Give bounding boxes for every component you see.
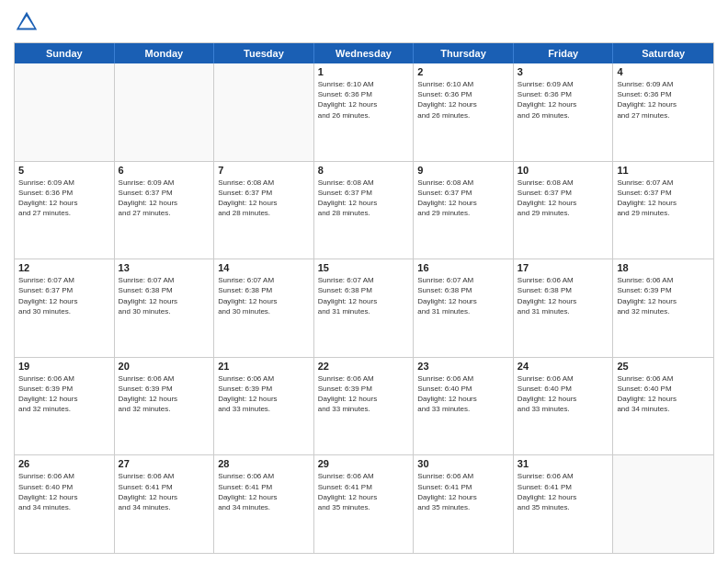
day-number: 27 (119, 458, 210, 469)
day-number: 12 (18, 262, 110, 273)
page: SundayMondayTuesdayWednesdayThursdayFrid… (0, 0, 728, 563)
weekday-header: Friday (514, 43, 614, 63)
cell-info: Sunrise: 6:06 AMSunset: 6:39 PMDaylight:… (119, 373, 210, 415)
day-number: 23 (417, 361, 509, 372)
cell-info: Sunrise: 6:06 AMSunset: 6:38 PMDaylight:… (518, 275, 609, 316)
day-number: 15 (318, 262, 410, 273)
calendar-cell: 13Sunrise: 6:07 AMSunset: 6:38 PMDayligh… (115, 259, 215, 357)
cell-info: Sunrise: 6:07 AMSunset: 6:37 PMDaylight:… (18, 275, 110, 316)
calendar-cell: 12Sunrise: 6:07 AMSunset: 6:37 PMDayligh… (15, 259, 115, 357)
calendar-cell: 25Sunrise: 6:06 AMSunset: 6:40 PMDayligh… (613, 358, 713, 455)
calendar-cell: 20Sunrise: 6:06 AMSunset: 6:39 PMDayligh… (115, 358, 215, 455)
calendar-body: 1Sunrise: 6:10 AMSunset: 6:36 PMDaylight… (15, 63, 713, 553)
cell-info: Sunrise: 6:06 AMSunset: 6:40 PMDaylight:… (617, 373, 710, 415)
cell-info: Sunrise: 6:09 AMSunset: 6:36 PMDaylight:… (617, 79, 710, 121)
cell-info: Sunrise: 6:06 AMSunset: 6:41 PMDaylight:… (119, 471, 210, 512)
cell-info: Sunrise: 6:09 AMSunset: 6:37 PMDaylight:… (119, 178, 210, 219)
calendar-cell: 31Sunrise: 6:06 AMSunset: 6:41 PMDayligh… (514, 455, 614, 553)
cell-info: Sunrise: 6:06 AMSunset: 6:39 PMDaylight:… (318, 373, 410, 415)
calendar-cell: 30Sunrise: 6:06 AMSunset: 6:41 PMDayligh… (414, 455, 514, 553)
day-number: 5 (18, 165, 110, 176)
weekday-header: Tuesday (214, 43, 314, 63)
cell-info: Sunrise: 6:06 AMSunset: 6:39 PMDaylight:… (18, 373, 110, 415)
cell-info: Sunrise: 6:08 AMSunset: 6:37 PMDaylight:… (218, 178, 310, 219)
day-number: 13 (119, 262, 210, 273)
cell-info: Sunrise: 6:09 AMSunset: 6:36 PMDaylight:… (518, 79, 609, 121)
day-number: 2 (417, 66, 509, 77)
calendar-cell (15, 63, 115, 161)
calendar-cell: 19Sunrise: 6:06 AMSunset: 6:39 PMDayligh… (15, 358, 115, 455)
calendar-cell: 27Sunrise: 6:06 AMSunset: 6:41 PMDayligh… (115, 455, 215, 553)
day-number: 29 (318, 458, 410, 469)
calendar-cell (214, 63, 314, 161)
calendar-cell: 11Sunrise: 6:07 AMSunset: 6:37 PMDayligh… (613, 162, 713, 259)
cell-info: Sunrise: 6:06 AMSunset: 6:41 PMDaylight:… (417, 471, 509, 512)
calendar-cell: 7Sunrise: 6:08 AMSunset: 6:37 PMDaylight… (214, 162, 314, 259)
cell-info: Sunrise: 6:07 AMSunset: 6:38 PMDaylight:… (119, 275, 210, 316)
day-number: 9 (417, 165, 509, 176)
calendar-cell: 8Sunrise: 6:08 AMSunset: 6:37 PMDaylight… (314, 162, 415, 259)
cell-info: Sunrise: 6:06 AMSunset: 6:40 PMDaylight:… (417, 373, 509, 415)
cell-info: Sunrise: 6:06 AMSunset: 6:40 PMDaylight:… (518, 373, 609, 415)
cell-info: Sunrise: 6:06 AMSunset: 6:41 PMDaylight:… (518, 471, 609, 512)
calendar-cell: 9Sunrise: 6:08 AMSunset: 6:37 PMDaylight… (414, 162, 514, 259)
day-number: 21 (218, 361, 310, 372)
cell-info: Sunrise: 6:10 AMSunset: 6:36 PMDaylight:… (318, 79, 410, 121)
calendar-cell: 16Sunrise: 6:07 AMSunset: 6:38 PMDayligh… (414, 259, 514, 357)
calendar-row: 19Sunrise: 6:06 AMSunset: 6:39 PMDayligh… (15, 358, 713, 456)
logo-icon (14, 9, 40, 35)
weekday-header: Saturday (613, 43, 713, 63)
day-number: 25 (617, 361, 710, 372)
calendar-cell: 6Sunrise: 6:09 AMSunset: 6:37 PMDaylight… (115, 162, 215, 259)
calendar-header: SundayMondayTuesdayWednesdayThursdayFrid… (15, 43, 713, 63)
day-number: 28 (218, 458, 310, 469)
day-number: 6 (119, 165, 210, 176)
calendar-cell: 26Sunrise: 6:06 AMSunset: 6:40 PMDayligh… (15, 455, 115, 553)
logo (14, 9, 43, 35)
day-number: 24 (518, 361, 609, 372)
calendar-row: 1Sunrise: 6:10 AMSunset: 6:36 PMDaylight… (15, 63, 713, 162)
calendar-cell: 4Sunrise: 6:09 AMSunset: 6:36 PMDaylight… (613, 63, 713, 161)
cell-info: Sunrise: 6:07 AMSunset: 6:37 PMDaylight:… (617, 178, 710, 219)
weekday-header: Wednesday (314, 43, 415, 63)
calendar-cell: 2Sunrise: 6:10 AMSunset: 6:36 PMDaylight… (414, 63, 514, 161)
weekday-header: Monday (115, 43, 215, 63)
cell-info: Sunrise: 6:08 AMSunset: 6:37 PMDaylight:… (518, 178, 609, 219)
calendar-row: 5Sunrise: 6:09 AMSunset: 6:36 PMDaylight… (15, 162, 713, 260)
cell-info: Sunrise: 6:10 AMSunset: 6:36 PMDaylight:… (417, 79, 509, 121)
calendar-cell (613, 455, 713, 553)
calendar-row: 12Sunrise: 6:07 AMSunset: 6:37 PMDayligh… (15, 259, 713, 358)
day-number: 22 (318, 361, 410, 372)
calendar-cell: 29Sunrise: 6:06 AMSunset: 6:41 PMDayligh… (314, 455, 415, 553)
calendar-cell: 5Sunrise: 6:09 AMSunset: 6:36 PMDaylight… (15, 162, 115, 259)
day-number: 17 (518, 262, 609, 273)
day-number: 8 (318, 165, 410, 176)
weekday-header: Sunday (15, 43, 115, 63)
cell-info: Sunrise: 6:07 AMSunset: 6:38 PMDaylight:… (417, 275, 509, 316)
calendar-cell: 23Sunrise: 6:06 AMSunset: 6:40 PMDayligh… (414, 358, 514, 455)
day-number: 20 (119, 361, 210, 372)
cell-info: Sunrise: 6:06 AMSunset: 6:41 PMDaylight:… (218, 471, 310, 512)
calendar-cell: 17Sunrise: 6:06 AMSunset: 6:38 PMDayligh… (514, 259, 614, 357)
calendar-cell: 14Sunrise: 6:07 AMSunset: 6:38 PMDayligh… (214, 259, 314, 357)
day-number: 26 (18, 458, 110, 469)
day-number: 30 (417, 458, 509, 469)
cell-info: Sunrise: 6:06 AMSunset: 6:40 PMDaylight:… (18, 471, 110, 512)
calendar-cell: 24Sunrise: 6:06 AMSunset: 6:40 PMDayligh… (514, 358, 614, 455)
calendar-cell: 28Sunrise: 6:06 AMSunset: 6:41 PMDayligh… (214, 455, 314, 553)
day-number: 1 (318, 66, 410, 77)
day-number: 18 (617, 262, 710, 273)
day-number: 16 (417, 262, 509, 273)
day-number: 10 (518, 165, 609, 176)
cell-info: Sunrise: 6:06 AMSunset: 6:39 PMDaylight:… (218, 373, 310, 415)
calendar-cell: 15Sunrise: 6:07 AMSunset: 6:38 PMDayligh… (314, 259, 415, 357)
day-number: 11 (617, 165, 710, 176)
cell-info: Sunrise: 6:07 AMSunset: 6:38 PMDaylight:… (218, 275, 310, 316)
header (14, 9, 714, 35)
day-number: 3 (518, 66, 609, 77)
calendar-row: 26Sunrise: 6:06 AMSunset: 6:40 PMDayligh… (15, 455, 713, 553)
day-number: 31 (518, 458, 609, 469)
calendar-cell (115, 63, 215, 161)
cell-info: Sunrise: 6:08 AMSunset: 6:37 PMDaylight:… (318, 178, 410, 219)
day-number: 7 (218, 165, 310, 176)
